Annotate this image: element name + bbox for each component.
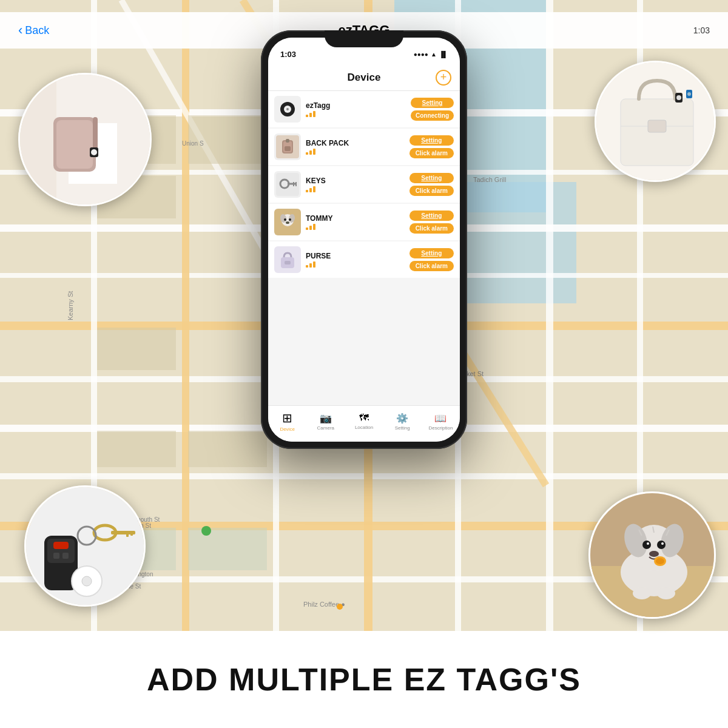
nav-item-device[interactable]: ⊞ Device: [268, 411, 306, 432]
wifi-icon: ▲: [431, 51, 437, 58]
svg-point-88: [661, 542, 664, 545]
device-buttons-tommy: Setting Click alarm: [410, 211, 454, 234]
nav-icon-location: 🗺: [359, 413, 369, 423]
alarm-button-tommy[interactable]: Click alarm: [410, 223, 454, 234]
phone-screen: 1:03 ●●●● ▲ ▐▌ Device + ezTagg: [268, 38, 460, 442]
bar2: [309, 226, 312, 230]
outer-back-label[interactable]: Back: [25, 24, 49, 37]
device-icon-tommy: [274, 209, 301, 235]
backpack-photo: [18, 73, 152, 206]
device-buttons-eztagg: Setting Connecting: [411, 98, 454, 121]
outer-status-time: 1:03: [693, 25, 710, 35]
bar3: [313, 261, 315, 268]
svg-rect-104: [285, 146, 291, 151]
nav-item-location[interactable]: 🗺 Location: [345, 413, 383, 430]
svg-point-116: [286, 221, 289, 224]
bar1: [306, 265, 308, 268]
device-icon-keys: [274, 171, 301, 198]
nav-icon-device: ⊞: [282, 411, 292, 425]
nav-label-camera: Camera: [317, 425, 334, 431]
device-name-keys: KEYS: [306, 177, 405, 185]
connecting-button-eztagg[interactable]: Connecting: [411, 110, 454, 121]
signal-icon: ●●●●: [414, 51, 428, 58]
bar3: [313, 111, 315, 117]
nav-label-device: Device: [280, 426, 294, 432]
svg-rect-2: [455, 182, 576, 303]
nav-icon-camera: 📷: [320, 413, 332, 424]
bottom-title: ADD MULTIPLE EZ TAGG'S: [147, 661, 581, 698]
svg-rect-103: [286, 139, 289, 143]
signal-bars-eztagg: [306, 111, 406, 117]
setting-button-purse[interactable]: Setting: [410, 248, 454, 258]
svg-rect-18: [546, 0, 553, 667]
svg-point-115: [289, 218, 291, 221]
svg-point-86: [657, 541, 666, 549]
bar2: [309, 188, 312, 192]
svg-point-87: [647, 542, 649, 545]
svg-point-56: [91, 149, 97, 155]
device-info-purse: PURSE: [306, 252, 405, 268]
setting-button-backpack[interactable]: Setting: [410, 135, 454, 146]
svg-point-91: [656, 558, 664, 564]
svg-rect-30: [188, 528, 267, 570]
device-item-backpack: BACK PACK Setting Click alarm: [268, 129, 460, 165]
svg-text:Kearny St: Kearny St: [67, 291, 74, 320]
device-icon-purse: [274, 246, 301, 273]
nav-item-description[interactable]: 📖 Description: [422, 413, 460, 431]
setting-button-tommy[interactable]: Setting: [410, 211, 454, 221]
device-name-backpack: BACK PACK: [306, 139, 405, 147]
app-device-header: Device +: [268, 64, 460, 91]
device-info-backpack: BACK PACK: [306, 139, 405, 155]
svg-rect-53: [56, 120, 93, 169]
device-icon-eztagg: [274, 96, 301, 123]
svg-point-61: [676, 95, 681, 100]
setting-button-keys[interactable]: Setting: [410, 173, 454, 183]
svg-rect-26: [97, 328, 176, 370]
purse-photo: [595, 61, 716, 182]
svg-rect-69: [53, 542, 69, 549]
svg-point-85: [642, 541, 651, 549]
device-name-eztagg: ezTagg: [306, 101, 406, 110]
bar2: [309, 263, 312, 268]
bar3: [313, 224, 315, 230]
svg-rect-24: [188, 115, 267, 164]
signal-bars-keys: [306, 186, 405, 192]
alarm-button-keys[interactable]: Click alarm: [410, 186, 454, 196]
bottom-nav: ⊞ Device 📷 Camera 🗺 Location ⚙️ Setting …: [268, 405, 460, 442]
phone-frame: 1:03 ●●●● ▲ ▐▌ Device + ezTagg: [261, 30, 467, 449]
device-list: ezTagg Setting Connecting: [268, 91, 460, 405]
bar3: [313, 149, 315, 155]
alarm-button-backpack[interactable]: Click alarm: [410, 148, 454, 158]
dog-photo: [588, 491, 716, 619]
svg-rect-77: [130, 531, 133, 536]
device-name-purse: PURSE: [306, 252, 405, 260]
phone-notch: [325, 30, 403, 47]
nav-item-setting[interactable]: ⚙️ Setting: [383, 413, 422, 431]
device-buttons-keys: Setting Click alarm: [410, 173, 454, 196]
add-device-button[interactable]: +: [436, 70, 451, 86]
svg-point-96: [657, 587, 675, 599]
nav-item-camera[interactable]: 📷 Camera: [306, 413, 345, 431]
signal-bars-tommy: [306, 224, 405, 230]
device-item-keys: KEYS Setting Click alarm: [268, 166, 460, 203]
svg-point-95: [633, 587, 651, 599]
svg-rect-119: [285, 261, 291, 265]
svg-point-99: [286, 108, 289, 110]
bar3: [313, 186, 315, 192]
bar1: [306, 190, 308, 192]
svg-rect-27: [97, 431, 176, 467]
setting-button-eztagg[interactable]: Setting: [411, 98, 454, 108]
device-info-tommy: TOMMY: [306, 214, 405, 230]
nav-icon-description: 📖: [434, 413, 447, 424]
outer-back-button[interactable]: ‹ Back: [18, 22, 49, 38]
svg-rect-65: [648, 120, 666, 132]
alarm-button-purse[interactable]: Click alarm: [410, 261, 454, 271]
bar1: [306, 115, 308, 117]
keys-photo: [24, 485, 146, 607]
device-name-tommy: TOMMY: [306, 214, 405, 223]
status-time: 1:03: [280, 50, 296, 59]
app-device-title: Device: [348, 72, 381, 84]
svg-text:Tadich Grill: Tadich Grill: [473, 176, 506, 183]
status-icons: ●●●● ▲ ▐▌: [414, 51, 448, 58]
svg-rect-76: [126, 531, 129, 537]
